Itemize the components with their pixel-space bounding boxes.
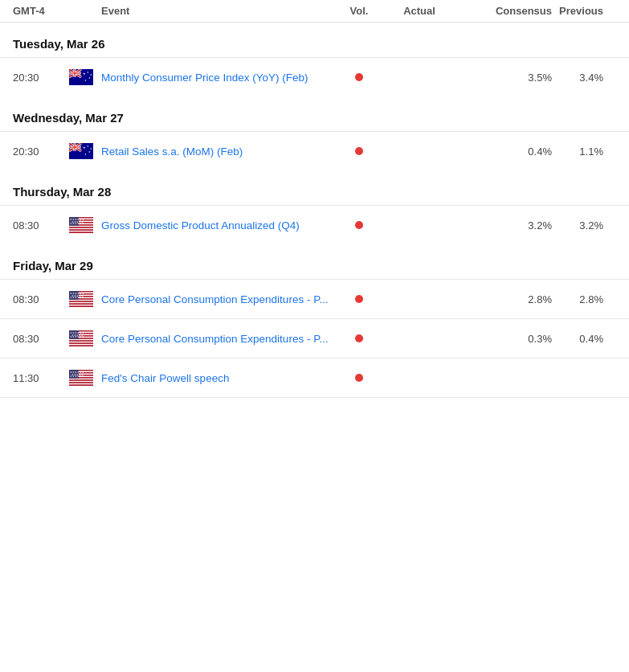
- svg-rect-75: [69, 344, 93, 346]
- event-name[interactable]: Retail Sales s.a. (MoM) (Feb): [101, 145, 335, 158]
- country-flag: ★ ★ ★ ★ ★: [69, 143, 101, 159]
- svg-rect-40: [69, 229, 93, 231]
- previous-value: 1.1%: [552, 145, 616, 158]
- svg-text:★: ★: [83, 145, 86, 150]
- table-row: 20:30 ★ ★ ★ ★ ★ Monthly Consumer Price I…: [0, 57, 629, 96]
- svg-rect-41: [69, 231, 93, 232]
- svg-rect-56: [69, 302, 93, 304]
- country-flag: ★★★★★★ ★★★★★ ★★★★★★: [69, 330, 101, 346]
- header-time: GMT-4: [13, 5, 69, 17]
- consensus-value: 3.5%: [455, 72, 552, 84]
- event-time: 08:30: [13, 333, 69, 345]
- svg-text:★: ★: [90, 147, 92, 150]
- svg-rect-59: [69, 305, 93, 307]
- previous-value: 3.4%: [552, 72, 616, 84]
- section-date-1: Wednesday, Mar 27: [0, 96, 629, 131]
- table-header: GMT-4 Event Vol. Actual Consensus Previo…: [0, 0, 629, 23]
- section-date-2: Thursday, Mar 28: [0, 170, 629, 205]
- svg-text:★: ★: [88, 76, 91, 80]
- table-row: 08:30 ★★★★★★ ★★★★★ ★★★★★★ Core Personal …: [0, 279, 629, 318]
- section-date-0: Tuesday, Mar 26: [0, 23, 629, 57]
- header-consensus: Consensus: [455, 5, 552, 17]
- event-name[interactable]: Monthly Consumer Price Index (YoY) (Feb): [101, 72, 335, 84]
- volume-indicator: [355, 295, 363, 303]
- svg-text:★★★★★★: ★★★★★★: [70, 375, 84, 378]
- vol-indicator: [335, 334, 383, 342]
- svg-text:★: ★: [90, 73, 92, 76]
- event-time: 20:30: [13, 72, 69, 84]
- country-flag: ★★★★★★ ★★★★★ ★★★★★★: [69, 370, 101, 386]
- svg-rect-93: [69, 384, 93, 386]
- consensus-value: 3.2%: [455, 219, 552, 232]
- svg-rect-91: [69, 382, 93, 383]
- volume-indicator: [355, 147, 363, 155]
- volume-indicator: [355, 73, 363, 81]
- svg-rect-39: [69, 228, 93, 230]
- svg-text:★: ★: [87, 145, 89, 148]
- event-name[interactable]: Core Personal Consumption Expenditures -…: [101, 333, 335, 345]
- svg-rect-74: [69, 342, 93, 344]
- svg-text:★: ★: [84, 153, 87, 156]
- svg-rect-24: [69, 147, 81, 148]
- svg-rect-54: [69, 300, 93, 301]
- previous-value: 3.2%: [552, 219, 616, 232]
- vol-indicator: [335, 147, 383, 155]
- volume-indicator: [355, 221, 363, 229]
- previous-value: 2.8%: [552, 293, 616, 305]
- header-vol: Vol.: [335, 5, 383, 17]
- volume-indicator: [355, 374, 363, 382]
- svg-rect-9: [69, 73, 81, 74]
- svg-text:★★★★★★: ★★★★★★: [70, 222, 84, 225]
- header-event: Event: [101, 5, 335, 17]
- vol-indicator: [335, 374, 383, 382]
- svg-rect-88: [69, 379, 93, 380]
- svg-text:★★★★★★: ★★★★★★: [70, 296, 84, 299]
- table-row: 08:30 ★★★★★★ ★★★★★ ★★★★★★ Gross Domestic…: [0, 205, 629, 244]
- country-flag: ★ ★ ★ ★ ★: [69, 69, 101, 85]
- svg-rect-73: [69, 342, 93, 343]
- svg-text:★: ★: [88, 150, 91, 154]
- header-actual: Actual: [383, 5, 455, 17]
- svg-rect-55: [69, 301, 93, 302]
- svg-rect-37: [69, 226, 93, 227]
- table-row: 11:30 ★★★★★★ ★★★★★ ★★★★★★ Fed's Chair Po…: [0, 358, 629, 398]
- svg-rect-92: [69, 383, 93, 385]
- previous-value: 0.4%: [552, 333, 616, 345]
- vol-indicator: [335, 221, 383, 229]
- table-row: 08:30 ★★★★★★ ★★★★★ ★★★★★★ Core Personal …: [0, 318, 629, 358]
- svg-rect-57: [69, 303, 93, 305]
- svg-rect-42: [69, 232, 93, 233]
- consensus-value: 0.4%: [455, 145, 552, 158]
- event-time: 08:30: [13, 219, 69, 232]
- header-previous: Previous: [552, 5, 616, 17]
- svg-text:★: ★: [83, 72, 86, 76]
- section-date-3: Friday, Mar 29: [0, 244, 629, 279]
- svg-rect-71: [69, 339, 93, 341]
- volume-indicator: [355, 334, 363, 342]
- event-name[interactable]: Core Personal Consumption Expenditures -…: [101, 293, 335, 305]
- table-body: Tuesday, Mar 26 20:30 ★ ★ ★ ★ ★ Monthly …: [0, 23, 629, 398]
- svg-rect-38: [69, 227, 93, 228]
- vol-indicator: [335, 73, 383, 81]
- event-name[interactable]: Gross Domestic Product Annualized (Q4): [101, 219, 335, 232]
- country-flag: ★★★★★★ ★★★★★ ★★★★★★: [69, 291, 101, 307]
- svg-rect-90: [69, 381, 93, 383]
- svg-rect-58: [69, 305, 93, 306]
- svg-rect-72: [69, 340, 93, 342]
- vol-indicator: [335, 295, 383, 303]
- consensus-value: 2.8%: [455, 293, 552, 305]
- table-row: 20:30 ★ ★ ★ ★ ★ Retail Sales s.a. (MoM) …: [0, 131, 629, 170]
- event-time: 11:30: [13, 372, 69, 384]
- svg-rect-89: [69, 379, 93, 381]
- svg-text:★★★★★★: ★★★★★★: [70, 335, 84, 338]
- event-name[interactable]: Fed's Chair Powell speech: [101, 372, 335, 384]
- country-flag: ★★★★★★ ★★★★★ ★★★★★★: [69, 217, 101, 233]
- svg-text:★: ★: [87, 71, 89, 74]
- svg-text:★: ★: [84, 79, 87, 82]
- consensus-value: 0.3%: [455, 333, 552, 345]
- event-time: 20:30: [13, 145, 69, 158]
- svg-rect-76: [69, 345, 93, 346]
- event-time: 08:30: [13, 293, 69, 305]
